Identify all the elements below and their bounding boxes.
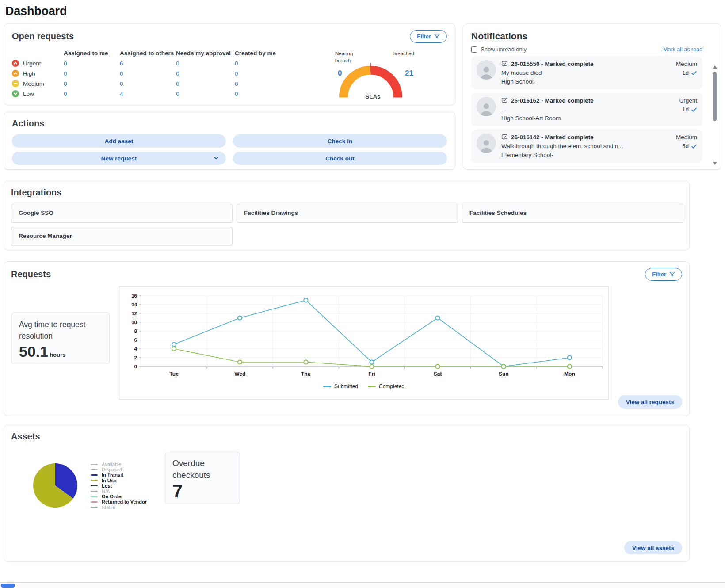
assets-legend-item-returned-to-vendor[interactable]: Returned to Vendor	[91, 499, 147, 504]
legend-swatch	[368, 386, 376, 387]
chart-legend-item-completed[interactable]: Completed	[368, 383, 404, 389]
requests-chart-legend: SubmittedCompleted	[119, 383, 608, 389]
assets-legend-item-available[interactable]: Available	[91, 462, 147, 467]
horizontal-scrollbar-thumb[interactable]	[1, 584, 15, 588]
notification-priority: Medium	[676, 134, 697, 141]
notification-item[interactable]: 26-015550 - Marked complete My mouse die…	[471, 56, 702, 89]
requests-line-chart: 1614121086420TueWedThuFriSatSunMon	[119, 289, 608, 382]
legend-swatch	[91, 474, 98, 476]
assets-legend-item-disposed[interactable]: Disposed	[91, 467, 147, 472]
notification-meta: Urgent 1d	[679, 97, 697, 122]
priority-chevron-up-icon	[12, 60, 19, 67]
open-requests-filter-button[interactable]: Filter	[410, 30, 447, 43]
actions-grid: Add assetCheck inNew requestCheck out	[12, 134, 447, 165]
assets-legend-item-lost[interactable]: Lost	[91, 483, 147, 489]
request-count-link[interactable]: 0	[64, 60, 120, 67]
view-all-assets-button[interactable]: View all assets	[624, 541, 682, 554]
avatar	[477, 97, 496, 116]
svg-text:4: 4	[134, 346, 137, 351]
notifications-scrollbar	[711, 65, 718, 165]
dashboard-page: Dashboard Open requests Filter Assigned …	[0, 0, 725, 562]
requests-filter-button[interactable]: Filter	[645, 268, 682, 281]
request-count-link[interactable]: 0	[64, 70, 120, 77]
notification-meta: Medium 1d	[676, 60, 697, 85]
scroll-up-arrow[interactable]	[713, 65, 717, 69]
horizontal-scrollbar	[0, 582, 725, 588]
legend-swatch	[91, 501, 98, 503]
request-count-link[interactable]: 0	[176, 70, 235, 77]
request-count-link[interactable]: 0	[235, 70, 317, 77]
integration-card-resource-manager[interactable]: Resource Manager	[11, 227, 233, 246]
action-button-new-request[interactable]: New request	[12, 152, 226, 165]
svg-text:6: 6	[134, 337, 137, 343]
requests-panel: Requests Filter Avg time to request reso…	[4, 261, 690, 416]
svg-text:Mon: Mon	[564, 371, 575, 377]
integration-card-google-sso[interactable]: Google SSO	[11, 204, 233, 223]
view-all-requests-button[interactable]: View all requests	[618, 395, 682, 409]
assets-legend-item-in-use[interactable]: In Use	[91, 478, 147, 483]
integration-card-facilities-drawings[interactable]: Facilities Drawings	[237, 204, 458, 223]
request-count-link[interactable]: 0	[235, 80, 317, 87]
svg-text:Thu: Thu	[301, 371, 311, 377]
notification-location: High School-	[501, 78, 671, 85]
chart-legend-item-submitted[interactable]: Submitted	[323, 383, 358, 389]
request-count-link[interactable]: 0	[235, 60, 317, 67]
requests-title: Requests	[11, 269, 51, 279]
request-count-link[interactable]: 0	[176, 91, 235, 97]
assets-legend-item-in-transit[interactable]: In Transit	[91, 472, 147, 477]
action-button-check-out[interactable]: Check out	[233, 152, 447, 165]
request-count-link[interactable]: 0	[176, 80, 235, 87]
request-count-link[interactable]: 4	[120, 91, 176, 97]
notification-item[interactable]: 26-016162 - Marked complete . High Schoo…	[471, 93, 702, 126]
assets-legend-item-on-order[interactable]: On Order	[91, 494, 147, 499]
integrations-panel: Integrations Google SSOFacilities Drawin…	[4, 181, 690, 250]
legend-label: Disposed	[102, 467, 122, 472]
show-unread-checkbox[interactable]	[471, 46, 477, 53]
request-count-link[interactable]: 6	[120, 60, 176, 67]
request-count-link[interactable]: 0	[120, 80, 176, 87]
request-count-link[interactable]: 0	[120, 70, 176, 77]
assets-legend-item-n-a[interactable]: N/A	[91, 489, 147, 494]
scrollbar-thumb[interactable]	[713, 72, 717, 121]
notification-item[interactable]: 26-016142 - Marked complete Walkthrough …	[471, 130, 702, 163]
notification-location: Elementary School-	[501, 151, 671, 159]
avg-resolution-value: 50.1hours	[19, 344, 102, 359]
notification-age: 1d	[682, 69, 689, 76]
legend-label: Completed	[379, 383, 404, 389]
action-button-add-asset[interactable]: Add asset	[12, 134, 226, 148]
legend-label: Stolen	[102, 505, 115, 510]
priority-label: Urgent	[23, 60, 41, 67]
column-header: Created by me	[235, 50, 317, 57]
read-check-icon	[691, 143, 697, 149]
integrations-title: Integrations	[11, 187, 682, 198]
request-count-link[interactable]: 0	[64, 91, 120, 97]
request-count-link[interactable]: 0	[176, 60, 235, 67]
notification-content: 26-015550 - Marked complete My mouse die…	[501, 60, 671, 85]
legend-label: Returned to Vendor	[102, 499, 147, 504]
integration-card-facilities-schedules[interactable]: Facilities Schedules	[462, 204, 683, 223]
scroll-down-arrow[interactable]	[713, 162, 717, 165]
notification-content: 26-016162 - Marked complete . High Schoo…	[501, 97, 674, 122]
priority-dash-icon	[12, 80, 19, 87]
legend-label: N/A	[102, 489, 110, 494]
svg-text:12: 12	[131, 311, 137, 316]
request-count-link[interactable]: 0	[64, 80, 120, 87]
request-count-link[interactable]: 0	[235, 91, 317, 97]
notifications-panel: Notifications Show unread only Mark all …	[463, 23, 721, 170]
action-button-label: Add asset	[105, 138, 134, 145]
svg-text:16: 16	[131, 293, 137, 298]
notification-item[interactable]: 26-000569 - Marked complete Urgent 5d	[471, 166, 702, 167]
notification-body: .	[501, 106, 674, 113]
assets-legend-item-stolen[interactable]: Stolen	[91, 505, 147, 510]
action-button-check-in[interactable]: Check in	[233, 134, 447, 148]
assets-pie-chart	[33, 463, 77, 508]
legend-label: Lost	[102, 483, 112, 489]
overdue-checkouts-value: 7	[172, 481, 233, 501]
mark-all-read-link[interactable]: Mark all as read	[663, 46, 702, 53]
notification-age: 5d	[682, 142, 689, 150]
overdue-checkouts-card: Overdue checkouts 7	[165, 452, 240, 504]
legend-swatch	[91, 491, 98, 492]
left-column: Open requests Filter Assigned to meAssig…	[4, 23, 455, 170]
avatar	[477, 134, 496, 153]
priority-label: Medium	[23, 80, 44, 87]
